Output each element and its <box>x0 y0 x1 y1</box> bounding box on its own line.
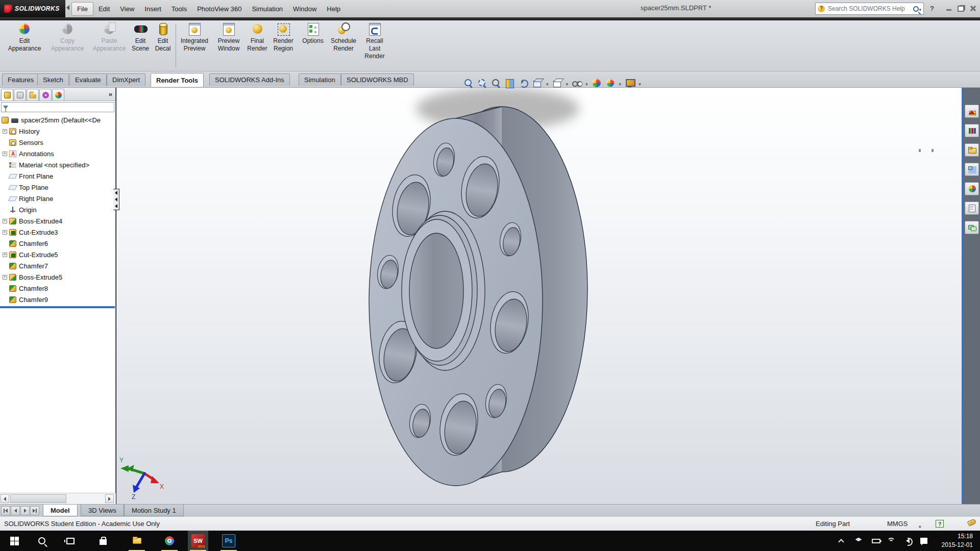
expand-icon[interactable]: + <box>3 152 7 156</box>
previous-view-icon[interactable] <box>491 78 501 88</box>
tree-root[interactable]: spacer25mm (Default<<De <box>0 114 115 126</box>
tree-item-top-plane[interactable]: Top Plane <box>0 182 115 193</box>
tag-icon[interactable] <box>967 518 977 527</box>
view-settings-dropdown-icon[interactable] <box>639 79 641 88</box>
tree-item-chamfer8[interactable]: Chamfer8 <box>0 283 115 294</box>
tree-item-chamfer7[interactable]: Chamfer7 <box>0 260 115 271</box>
hide-show-items-icon[interactable] <box>572 78 582 88</box>
zoom-to-area-icon[interactable] <box>477 78 487 88</box>
menu-edit[interactable]: Edit <box>93 3 115 15</box>
tab-evaluate[interactable]: Evaluate <box>69 73 107 86</box>
hide-show-dropdown-icon[interactable] <box>585 79 588 88</box>
tab-simulation[interactable]: Simulation <box>299 73 341 86</box>
prev-tab-button[interactable] <box>11 506 20 515</box>
menu-window[interactable]: Window <box>288 3 322 15</box>
tab-property-manager[interactable] <box>14 89 26 101</box>
section-view-icon[interactable] <box>505 78 515 88</box>
search-input[interactable]: Search SOLIDWORKS Help <box>828 5 913 12</box>
minimize-button[interactable] <box>945 5 953 12</box>
schedule-render-button[interactable]: ScheduleRender <box>328 22 359 53</box>
edit-appearance-hud-icon[interactable] <box>592 78 602 88</box>
taskbar-search-button[interactable] <box>32 531 52 551</box>
tab-feature-manager[interactable] <box>1 89 13 101</box>
graphics-viewport[interactable]: Y X Z <box>116 88 962 504</box>
design-library-button[interactable] <box>965 124 979 137</box>
panel-splitter[interactable] <box>113 189 119 210</box>
tree-item-cut-extrude3[interactable]: +Cut-Extrude3 <box>0 227 115 238</box>
resources-button[interactable] <box>965 105 979 118</box>
edit-scene-button[interactable]: EditScene <box>130 22 151 53</box>
chrome-taskbar-button[interactable] <box>159 531 180 551</box>
menu-collapse-arrow-icon[interactable] <box>66 5 69 10</box>
tab-display-manager[interactable] <box>52 89 64 101</box>
tree-item-front-plane[interactable]: Front Plane <box>0 170 115 182</box>
rollback-bar[interactable] <box>0 306 115 308</box>
taskbar-clock[interactable]: 15:18 2015-12-01 <box>942 532 973 549</box>
expand-icon[interactable]: + <box>3 219 7 223</box>
menu-photoview360[interactable]: PhotoView 360 <box>192 3 247 15</box>
menu-file[interactable]: File <box>71 2 93 16</box>
tab-solidworks-mbd[interactable]: SOLIDWORKS MBD <box>341 73 414 86</box>
start-button[interactable] <box>4 531 24 551</box>
help-menu-icon[interactable]: ? <box>930 5 934 12</box>
last-tab-button[interactable] <box>30 506 39 515</box>
options-button[interactable]: Options <box>299 22 327 45</box>
view-settings-icon[interactable] <box>625 78 635 88</box>
center-bore[interactable] <box>409 233 463 348</box>
tree-item-material[interactable]: Material <not specified> <box>0 159 115 170</box>
tab-3d-views[interactable]: 3D Views <box>81 505 124 516</box>
tree-item-history[interactable]: +History <box>0 126 115 137</box>
tab-model[interactable]: Model <box>43 505 78 516</box>
copy-appearance-button[interactable]: CopyAppearance <box>48 22 87 53</box>
expand-icon[interactable]: + <box>3 230 7 235</box>
scroll-left-button[interactable] <box>1 494 9 503</box>
tab-sketch[interactable]: Sketch <box>37 73 69 86</box>
tab-render-tools[interactable]: Render Tools <box>151 73 204 87</box>
menu-view[interactable]: View <box>115 3 139 15</box>
expand-icon[interactable]: + <box>3 253 7 257</box>
restore-button[interactable] <box>957 5 965 12</box>
menu-simulation[interactable]: Simulation <box>247 3 288 15</box>
close-button[interactable] <box>969 5 977 12</box>
action-center-icon[interactable] <box>914 531 934 551</box>
tree-filter-box[interactable] <box>1 102 114 112</box>
solidworks-taskbar-button[interactable]: SW2015 <box>188 531 208 551</box>
tree-item-chamfer6[interactable]: Chamfer6 <box>0 238 115 249</box>
recall-last-render-button[interactable]: RecallLastRender <box>361 22 388 60</box>
windows-store-button[interactable] <box>93 531 113 551</box>
rotate-view-icon[interactable] <box>519 78 529 88</box>
view-palette-button[interactable] <box>965 163 979 176</box>
edit-decal-button[interactable]: EditDecal <box>152 22 174 53</box>
model-canvas[interactable]: Y X Z <box>116 88 962 504</box>
tree-horizontal-scrollbar[interactable] <box>0 493 116 504</box>
tree-item-cut-extrude5[interactable]: +Cut-Extrude5 <box>0 249 115 260</box>
paste-appearance-button[interactable]: PasteAppearance <box>90 22 129 53</box>
tab-dimxpert-manager[interactable] <box>39 89 52 101</box>
quick-tips-button[interactable]: ? <box>936 520 944 528</box>
custom-properties-button[interactable] <box>965 202 979 215</box>
forum-button[interactable] <box>965 221 979 234</box>
search-box[interactable]: ? Search SOLIDWORKS Help <box>815 3 924 15</box>
integrated-preview-button[interactable]: IntegratedPreview <box>178 22 211 53</box>
tree-item-boss-extrude5[interactable]: +Boss-Extrude5 <box>0 271 115 283</box>
final-render-button[interactable]: FinalRender <box>245 22 270 53</box>
photoshop-taskbar-button[interactable]: Ps <box>218 531 239 551</box>
apply-scene-icon[interactable] <box>606 79 615 88</box>
expand-icon[interactable]: + <box>3 129 7 134</box>
expand-icon[interactable]: + <box>3 275 7 280</box>
scroll-right-button[interactable] <box>105 494 114 503</box>
tab-features[interactable]: Features <box>2 73 39 86</box>
tree-item-annotations[interactable]: +Annotations <box>0 148 115 159</box>
scrollbar-thumb[interactable] <box>10 494 66 503</box>
tree-item-sensors[interactable]: Sensors <box>0 137 115 148</box>
zoom-to-fit-icon[interactable] <box>463 78 474 88</box>
appearances-button[interactable] <box>965 182 979 195</box>
file-explorer-taskbar-button[interactable] <box>127 531 147 551</box>
display-style-dropdown-icon[interactable] <box>566 79 569 88</box>
units-selector[interactable]: MMGS <box>887 520 908 528</box>
tree-item-right-plane[interactable]: Right Plane <box>0 193 115 204</box>
file-explorer-button[interactable] <box>965 143 979 157</box>
tree-item-chamfer9[interactable]: Chamfer9 <box>0 294 115 305</box>
menu-help[interactable]: Help <box>322 3 346 15</box>
panel-overflow-icon[interactable]: » <box>109 90 112 98</box>
